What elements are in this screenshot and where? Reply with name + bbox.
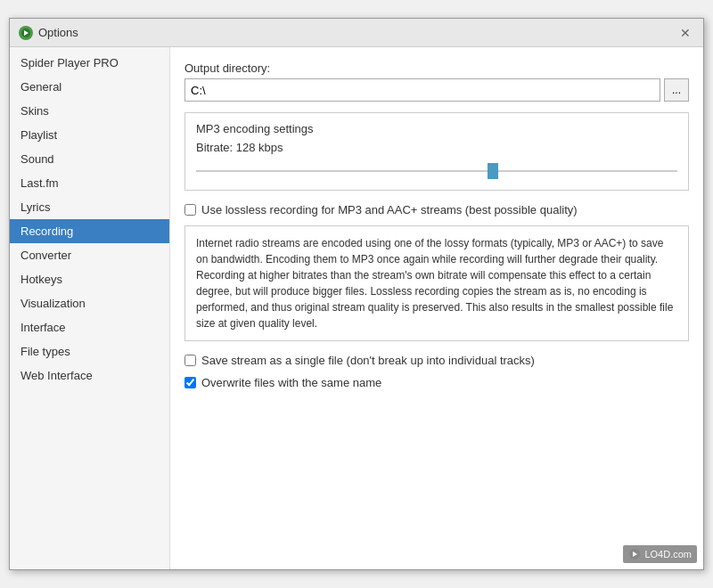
save-single-checkbox[interactable] bbox=[184, 355, 196, 366]
encoding-settings-box: MP3 encoding settings Bitrate: 128 kbps bbox=[184, 112, 689, 191]
encoding-settings-title: MP3 encoding settings bbox=[196, 122, 677, 135]
output-dir-row: ... bbox=[184, 78, 689, 102]
sidebar-item-file-types[interactable]: File types bbox=[10, 339, 169, 363]
overwrite-checkbox[interactable] bbox=[184, 377, 196, 388]
bitrate-label: Bitrate: 128 kbps bbox=[196, 141, 677, 154]
sidebar-item-sound[interactable]: Sound bbox=[10, 147, 169, 171]
main-content: Output directory: ... MP3 encoding setti… bbox=[170, 47, 703, 569]
sidebar-item-playlist[interactable]: Playlist bbox=[10, 123, 169, 147]
info-text: Internet radio streams are encoded using… bbox=[196, 235, 677, 331]
lossless-checkbox-label: Use lossless recording for MP3 and AAC+ … bbox=[201, 203, 578, 216]
sidebar-item-lyrics[interactable]: Lyrics bbox=[10, 195, 169, 219]
lossless-checkbox-row: Use lossless recording for MP3 and AAC+ … bbox=[184, 203, 689, 216]
bitrate-slider-container bbox=[196, 161, 677, 181]
title-bar-left: Options bbox=[19, 26, 78, 40]
sidebar-item-general[interactable]: General bbox=[10, 75, 169, 99]
sidebar-item-visualization[interactable]: Visualization bbox=[10, 291, 169, 315]
sidebar-item-hotkeys[interactable]: Hotkeys bbox=[10, 267, 169, 291]
bitrate-slider[interactable] bbox=[196, 162, 677, 180]
close-button[interactable]: ✕ bbox=[676, 24, 694, 42]
watermark-text: LO4D.com bbox=[644, 549, 692, 559]
sidebar-item-spider-player-pro[interactable]: Spider Player PRO bbox=[10, 51, 169, 75]
sidebar-item-lastfm[interactable]: Last.fm bbox=[10, 171, 169, 195]
watermark-icon bbox=[628, 548, 641, 560]
browse-button[interactable]: ... bbox=[664, 78, 689, 102]
save-single-row: Save stream as a single file (don't brea… bbox=[184, 354, 689, 367]
info-box: Internet radio streams are encoded using… bbox=[184, 225, 689, 341]
sidebar-item-web-interface[interactable]: Web Interface bbox=[10, 363, 169, 388]
app-icon bbox=[19, 26, 33, 40]
sidebar-item-recording[interactable]: Recording bbox=[10, 219, 169, 243]
title-bar: Options ✕ bbox=[10, 19, 703, 47]
save-single-label: Save stream as a single file (don't brea… bbox=[201, 354, 535, 367]
sidebar-item-converter[interactable]: Converter bbox=[10, 243, 169, 267]
lossless-checkbox[interactable] bbox=[184, 204, 196, 216]
overwrite-label: Overwrite files with the same name bbox=[201, 376, 381, 389]
sidebar-item-interface[interactable]: Interface bbox=[10, 315, 169, 339]
window-title: Options bbox=[38, 26, 78, 39]
options-window: Options ✕ Spider Player PROGeneralSkinsP… bbox=[9, 18, 704, 570]
sidebar: Spider Player PROGeneralSkinsPlaylistSou… bbox=[10, 47, 170, 569]
watermark: LO4D.com bbox=[623, 545, 697, 563]
overwrite-row: Overwrite files with the same name bbox=[184, 376, 689, 389]
sidebar-item-skins[interactable]: Skins bbox=[10, 99, 169, 123]
output-dir-label: Output directory: bbox=[184, 61, 689, 75]
output-dir-input[interactable] bbox=[184, 78, 660, 102]
content-area: Spider Player PROGeneralSkinsPlaylistSou… bbox=[10, 47, 703, 569]
